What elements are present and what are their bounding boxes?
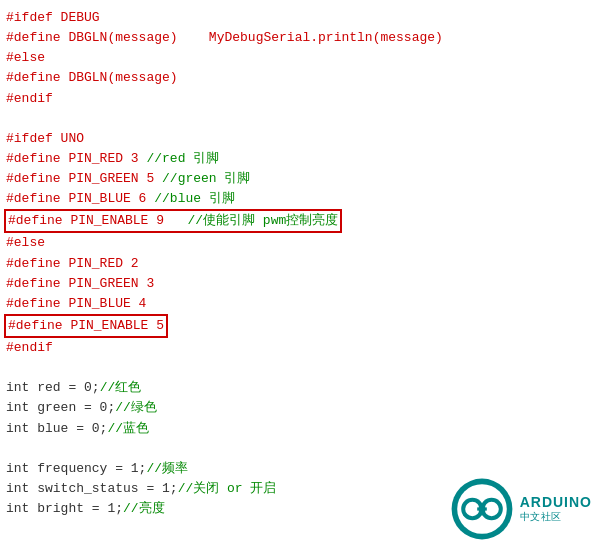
code-line: #define PIN_BLUE 4: [6, 294, 596, 314]
code-token: #define PIN_RED 3: [6, 149, 146, 169]
code-token: //green 引脚: [162, 169, 250, 189]
code-line: #define PIN_BLUE 6 //blue 引脚: [6, 189, 596, 209]
code-token: #endif: [6, 338, 53, 358]
code-line: #define PIN_GREEN 3: [6, 274, 596, 294]
code-token: #else: [6, 48, 45, 68]
svg-rect-7: [470, 504, 473, 514]
code-token: //blue 引脚: [154, 189, 235, 209]
code-token: #define PIN_BLUE 4: [6, 294, 146, 314]
code-token: //亮度: [123, 499, 165, 519]
code-token: //蓝色: [107, 419, 149, 439]
code-token: #ifdef UNO: [6, 129, 84, 149]
code-line: #define PIN_ENABLE 9 //使能引脚 pwm控制亮度: [6, 209, 596, 233]
code-token: int switch_status = 1;: [6, 479, 178, 499]
code-token: //绿色: [115, 398, 157, 418]
code-token: //red 引脚: [146, 149, 219, 169]
svg-rect-8: [486, 507, 496, 510]
logo-area: ARDUINO 中文社区: [450, 477, 592, 541]
highlighted-line: #define PIN_ENABLE 9 //使能引脚 pwm控制亮度: [4, 209, 342, 233]
code-token: #define DBGLN(message) MyDebugSerial.pri…: [6, 28, 443, 48]
code-token: //使能引脚 pwm控制亮度: [187, 213, 338, 228]
code-line: #define PIN_RED 2: [6, 254, 596, 274]
highlighted-line: #define PIN_ENABLE 5: [4, 314, 168, 338]
code-line: #define PIN_ENABLE 5: [6, 314, 596, 338]
arduino-logo-icon: [450, 477, 514, 541]
code-token: #ifdef DEBUG: [6, 8, 100, 28]
arduino-sublabel: 中文社区: [520, 510, 562, 524]
code-line: [6, 358, 596, 378]
code-line: int red = 0;//红色: [6, 378, 596, 398]
code-token: int bright = 1;: [6, 499, 123, 519]
code-block: #ifdef DEBUG#define DBGLN(message) MyDeb…: [0, 0, 602, 527]
code-token: #define PIN_ENABLE 9: [8, 213, 187, 228]
code-token: int green = 0;: [6, 398, 115, 418]
code-token: #define PIN_ENABLE 5: [8, 318, 164, 333]
code-line: #define PIN_GREEN 5 //green 引脚: [6, 169, 596, 189]
code-token: int frequency = 1;: [6, 459, 146, 479]
code-token: //频率: [146, 459, 188, 479]
code-token: #define DBGLN(message): [6, 68, 178, 88]
code-line: #ifdef DEBUG: [6, 8, 596, 28]
code-token: #define PIN_BLUE 6: [6, 189, 154, 209]
code-line: #ifdef UNO: [6, 129, 596, 149]
code-line: #define DBGLN(message) MyDebugSerial.pri…: [6, 28, 596, 48]
code-line: #else: [6, 233, 596, 253]
code-token: //关闭 or 开启: [178, 479, 277, 499]
svg-rect-10: [477, 507, 487, 510]
code-line: int green = 0;//绿色: [6, 398, 596, 418]
code-line: #endif: [6, 89, 596, 109]
code-token: int red = 0;: [6, 378, 100, 398]
code-line: #else: [6, 48, 596, 68]
code-token: //红色: [100, 378, 142, 398]
code-token: #define PIN_GREEN 3: [6, 274, 154, 294]
arduino-text: ARDUINO 中文社区: [520, 494, 592, 524]
code-token: int blue = 0;: [6, 419, 107, 439]
code-line: #define PIN_RED 3 //red 引脚: [6, 149, 596, 169]
code-line: #define DBGLN(message): [6, 68, 596, 88]
code-token: #else: [6, 233, 45, 253]
code-token: #define PIN_RED 2: [6, 254, 139, 274]
code-line: #endif: [6, 338, 596, 358]
code-token: #endif: [6, 89, 53, 109]
arduino-label: ARDUINO: [520, 494, 592, 510]
code-line: [6, 439, 596, 459]
code-line: int frequency = 1;//频率: [6, 459, 596, 479]
code-token: #define PIN_GREEN 5: [6, 169, 162, 189]
code-line: [6, 109, 596, 129]
code-line: int blue = 0;//蓝色: [6, 419, 596, 439]
